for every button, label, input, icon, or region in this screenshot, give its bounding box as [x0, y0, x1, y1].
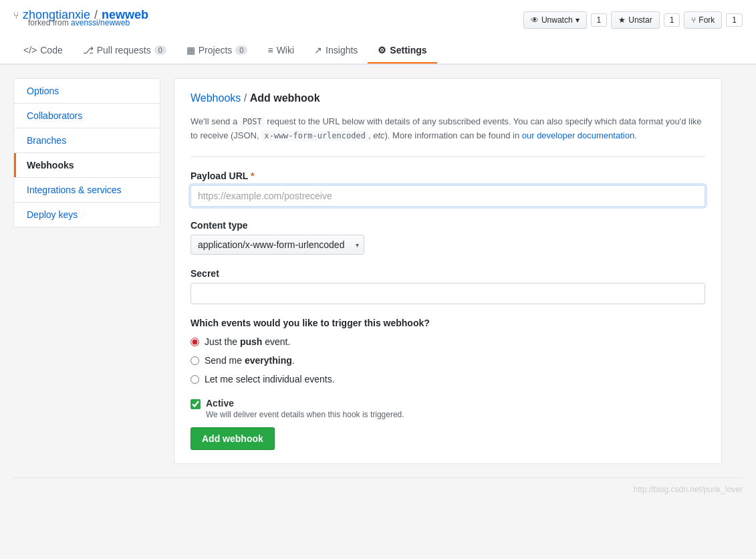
events-question: Which events would you like to trigger t… [191, 318, 705, 328]
projects-icon: ▦ [186, 45, 195, 55]
active-section: Active We will deliver event details whe… [191, 398, 705, 419]
watch-count: 1 [591, 13, 608, 27]
active-sublabel: We will deliver event details when this … [206, 410, 404, 419]
active-checkbox[interactable] [191, 399, 201, 409]
sidebar-item-options[interactable]: Options [14, 79, 160, 103]
star-icon: ★ [618, 15, 626, 25]
star-count: 1 [664, 13, 680, 27]
active-label: Active [206, 398, 234, 409]
insights-icon: ↗ [314, 45, 322, 55]
push-only-radio[interactable] [191, 338, 199, 346]
tab-code[interactable]: </> Code [13, 38, 73, 64]
watch-label: Unwatch [541, 15, 573, 25]
tab-projects[interactable]: ▦ Projects 0 [176, 38, 258, 64]
pull-request-icon: ⎇ [83, 45, 94, 55]
content-type-label: Content type [191, 220, 705, 231]
repo-actions: 👁 Unwatch ▾ 1 ★ Unstar 1 ⑂ Fork 1 [523, 11, 743, 29]
pr-badge: 0 [154, 45, 166, 55]
fork-icon: ⑂ [13, 10, 19, 21]
watch-icon: 👁 [531, 15, 539, 25]
star-label: Unstar [628, 15, 652, 25]
breadcrumb-link[interactable]: Webhooks [191, 92, 241, 104]
submit-section: Add webhook [191, 427, 705, 450]
code-icon: </> [23, 45, 37, 55]
event-individual[interactable]: Let me select individual events. [191, 374, 705, 384]
wiki-icon: ≡ [267, 45, 273, 55]
settings-sidebar: Options Collaborators Branches Webhooks … [13, 78, 160, 464]
content-type-select[interactable]: application/x-www-form-urlencoded applic… [191, 235, 364, 255]
fork-label: Fork [699, 15, 715, 25]
sidebar-item-integrations[interactable]: Integrations & services [14, 178, 160, 202]
payload-url-label: Payload URL * [191, 171, 705, 181]
watch-chevron: ▾ [576, 15, 580, 25]
fork-btn-icon: ⑂ [691, 15, 696, 25]
individual-events-label: Let me select individual events. [205, 374, 335, 384]
star-button[interactable]: ★ Unstar [611, 11, 659, 29]
fork-source-link[interactable]: avenssi/newweb [71, 18, 130, 27]
content-type-wrapper: application/x-www-form-urlencoded applic… [191, 235, 364, 255]
tab-wiki[interactable]: ≡ Wiki [257, 38, 304, 64]
event-push-only[interactable]: Just the push event. [191, 336, 705, 347]
everything-radio[interactable] [191, 356, 199, 365]
sidebar-nav: Options Collaborators Branches Webhooks … [13, 78, 160, 227]
sidebar-item-branches[interactable]: Branches [14, 128, 160, 152]
repo-nav: </> Code ⎇ Pull requests 0 ▦ Projects 0 … [13, 38, 743, 64]
tab-pull-requests[interactable]: ⎇ Pull requests 0 [73, 38, 176, 64]
events-section: Which events would you like to trigger t… [191, 318, 705, 384]
main-content: Options Collaborators Branches Webhooks … [0, 65, 735, 477]
secret-input[interactable] [191, 283, 705, 304]
content-type-section: Content type application/x-www-form-urle… [191, 220, 705, 255]
sidebar-item-webhooks[interactable]: Webhooks [14, 153, 160, 177]
payload-url-input[interactable] [191, 185, 705, 207]
sidebar-item-collaborators[interactable]: Collaborators [14, 104, 160, 128]
secret-section: Secret [191, 268, 705, 304]
fork-count: 1 [726, 13, 743, 27]
individual-radio[interactable] [191, 375, 199, 384]
sidebar-item-deploy-keys[interactable]: Deploy keys [14, 203, 160, 227]
event-everything[interactable]: Send me everything. [191, 355, 705, 366]
webhook-form-container: Webhooks / Add webhook We'll send a POST… [174, 78, 722, 464]
tab-settings[interactable]: ⚙ Settings [368, 38, 436, 64]
add-webhook-button[interactable]: Add webhook [191, 427, 275, 450]
breadcrumb-current: Add webhook [250, 92, 320, 104]
projects-badge: 0 [235, 45, 247, 55]
fork-button[interactable]: ⑂ Fork [684, 11, 722, 29]
docs-link[interactable]: our developer documentation [522, 130, 634, 140]
footer-note: http://blog.csdn.net/punk_lover [0, 478, 756, 501]
webhook-description: We'll send a POST request to the URL bel… [191, 115, 705, 157]
payload-url-section: Payload URL * [191, 171, 705, 207]
secret-label: Secret [191, 268, 705, 279]
tab-insights[interactable]: ↗ Insights [304, 38, 368, 64]
settings-icon: ⚙ [378, 45, 386, 55]
breadcrumb: Webhooks / Add webhook [191, 92, 705, 104]
watch-button[interactable]: 👁 Unwatch ▾ [523, 11, 587, 29]
